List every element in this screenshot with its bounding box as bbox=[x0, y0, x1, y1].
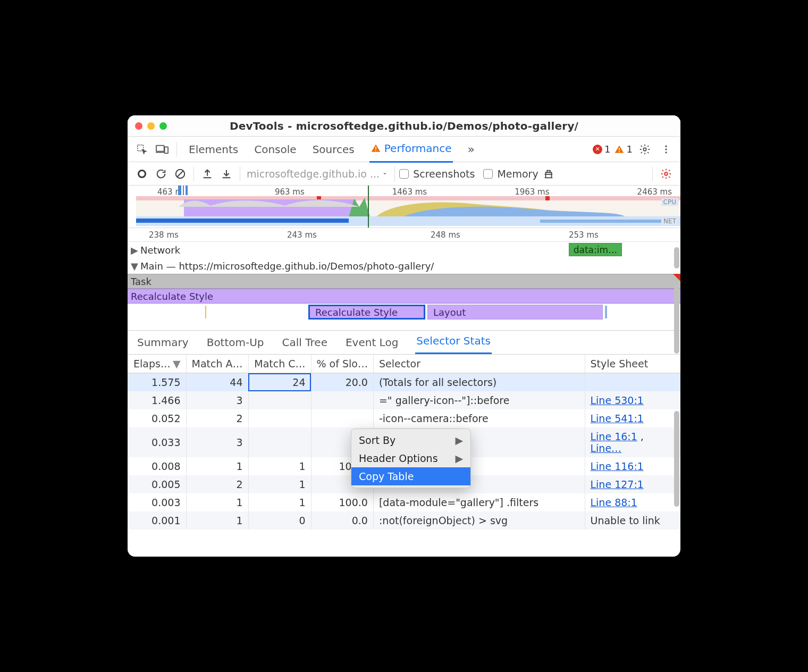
stylesheet-link[interactable]: Line 127:1 bbox=[591, 478, 644, 490]
dtab-bottom-up[interactable]: Bottom-Up bbox=[206, 331, 265, 354]
table-row[interactable]: 0.00311100.0[data-module="gallery"] .fil… bbox=[128, 493, 680, 511]
table-row[interactable]: 0.0522-icon--camera::beforeLine 541:1 bbox=[128, 409, 680, 427]
overview-selection-handle[interactable] bbox=[178, 186, 188, 195]
table-row[interactable]: 0.001100.0:not(foreignObject) > svgUnabl… bbox=[128, 511, 680, 530]
tab-elements[interactable]: Elements bbox=[188, 137, 239, 162]
performance-toolbar: microsoftedge.github.io ... Screenshots … bbox=[128, 162, 680, 186]
detail-ruler[interactable]: 238 ms 243 ms 248 ms 253 ms bbox=[128, 228, 680, 242]
inspect-icon[interactable] bbox=[133, 140, 151, 158]
dtab-call-tree[interactable]: Call Tree bbox=[281, 331, 329, 354]
net-overview bbox=[136, 216, 680, 226]
reload-button[interactable] bbox=[152, 165, 170, 183]
svg-point-7 bbox=[643, 148, 646, 151]
cpu-overview bbox=[136, 196, 680, 216]
capture-settings-icon[interactable] bbox=[657, 165, 675, 183]
minimize-button[interactable] bbox=[147, 122, 155, 130]
net-label: NET bbox=[661, 217, 678, 225]
memory-checkbox[interactable]: Memory bbox=[483, 168, 538, 180]
chevron-right-icon: ▶ bbox=[455, 434, 463, 446]
svg-rect-5 bbox=[619, 148, 620, 150]
col-style-sheet[interactable]: Style Sheet bbox=[585, 355, 680, 373]
table-row[interactable]: 1.4663=" gallery-icon--"]::beforeLine 53… bbox=[128, 391, 680, 409]
close-button[interactable] bbox=[135, 122, 142, 130]
dtab-selector-stats[interactable]: Selector Stats bbox=[415, 329, 492, 354]
table-header-row: Elaps…▼ Match A… Match C… % of Slo… Sele… bbox=[128, 355, 680, 373]
overview-ticks: 463 ms 963 ms 1463 ms 1963 ms 2463 ms bbox=[136, 187, 680, 197]
stylesheet-link[interactable]: Line 530:1 bbox=[591, 394, 644, 406]
svg-rect-4 bbox=[375, 150, 376, 151]
svg-point-8 bbox=[665, 145, 667, 147]
network-track-label: Network bbox=[140, 245, 180, 256]
menu-header-options[interactable]: Header Options ▶ bbox=[351, 449, 470, 467]
settings-icon[interactable] bbox=[636, 140, 654, 158]
detail-tabs: Summary Bottom-Up Call Tree Event Log Se… bbox=[128, 330, 680, 355]
scrollbar[interactable] bbox=[674, 411, 679, 507]
menu-copy-table[interactable]: Copy Table bbox=[351, 467, 470, 485]
dtab-event-log[interactable]: Event Log bbox=[344, 331, 399, 354]
warning-count: 1 bbox=[627, 144, 633, 155]
upload-button[interactable] bbox=[198, 165, 216, 183]
window-controls bbox=[135, 122, 167, 130]
svg-point-9 bbox=[665, 148, 667, 150]
error-count: 1 bbox=[604, 144, 610, 155]
stylesheet-link[interactable]: Line 88:1 bbox=[591, 497, 637, 508]
svg-rect-2 bbox=[165, 147, 168, 153]
stylesheet-link[interactable]: Line… bbox=[591, 442, 622, 454]
main-tabbar: Elements Console Sources Performance » 1… bbox=[128, 137, 680, 162]
menu-sort-by[interactable]: Sort By ▶ bbox=[351, 431, 470, 449]
recalculate-style-selected[interactable]: Recalculate Style bbox=[308, 305, 425, 320]
window-title: DevTools - microsoftedge.github.io/Demos… bbox=[167, 120, 641, 132]
scrollbar[interactable] bbox=[674, 247, 679, 268]
clear-button[interactable] bbox=[171, 165, 189, 183]
col-elapsed[interactable]: Elaps…▼ bbox=[128, 355, 186, 373]
svg-rect-1 bbox=[156, 145, 164, 151]
col-pct-slow[interactable]: % of Slo… bbox=[311, 355, 373, 373]
overview-cursor bbox=[368, 186, 369, 228]
origin-dropdown[interactable]: microsoftedge.github.io ... bbox=[245, 168, 390, 180]
tab-console[interactable]: Console bbox=[253, 137, 297, 162]
collapse-icon[interactable]: ▶ bbox=[131, 245, 138, 256]
stylesheet-link[interactable]: Line 541:1 bbox=[591, 413, 644, 424]
stylesheet-link[interactable]: Line 16:1 bbox=[591, 431, 637, 442]
screenshots-checkbox[interactable]: Screenshots bbox=[399, 168, 475, 180]
svg-rect-6 bbox=[619, 151, 620, 152]
titlebar: DevTools - microsoftedge.github.io/Demos… bbox=[128, 115, 680, 137]
warning-badge[interactable]: 1 bbox=[614, 144, 633, 155]
devtools-window: DevTools - microsoftedge.github.io/Demos… bbox=[128, 115, 680, 557]
scrollbar[interactable] bbox=[674, 284, 679, 354]
svg-rect-3 bbox=[375, 147, 376, 149]
network-request-block[interactable]: data:im… bbox=[569, 243, 622, 256]
panel-tabs: Elements Console Sources Performance » bbox=[182, 136, 476, 163]
main-track-label: Main — https://microsoftedge.github.io/D… bbox=[140, 261, 434, 272]
kebab-menu-icon[interactable] bbox=[657, 140, 675, 158]
tab-performance-label: Performance bbox=[384, 142, 452, 155]
timeline-overview[interactable]: 463 ms 963 ms 1463 ms 1963 ms 2463 ms bbox=[128, 186, 680, 228]
chevron-right-icon: ▶ bbox=[455, 452, 463, 464]
dtab-summary[interactable]: Summary bbox=[136, 331, 190, 354]
main-track-header[interactable]: ▼ Main — https://microsoftedge.github.io… bbox=[128, 258, 680, 274]
collect-garbage-icon[interactable] bbox=[540, 165, 558, 183]
stylesheet-link[interactable]: Line 116:1 bbox=[591, 460, 644, 472]
layout-block[interactable]: Layout bbox=[427, 305, 603, 320]
record-button[interactable] bbox=[133, 165, 151, 183]
context-menu: Sort By ▶ Header Options ▶ Copy Table bbox=[351, 429, 471, 488]
error-badge[interactable]: 1 bbox=[593, 144, 610, 155]
table-row[interactable]: 1.575442420.0(Totals for all selectors) bbox=[128, 373, 680, 392]
maximize-button[interactable] bbox=[159, 122, 167, 130]
flame-row: Recalculate Style Layout bbox=[128, 304, 680, 321]
task-block[interactable]: Task bbox=[128, 274, 680, 289]
download-button[interactable] bbox=[217, 165, 235, 183]
svg-point-10 bbox=[665, 152, 667, 153]
col-selector[interactable]: Selector bbox=[373, 355, 585, 373]
collapse-icon[interactable]: ▼ bbox=[131, 261, 138, 272]
flame-tracks: ▶ Network data:im… ▼ Main — https://micr… bbox=[128, 242, 680, 321]
network-track-header[interactable]: ▶ Network data:im… bbox=[128, 242, 680, 258]
tab-performance[interactable]: Performance bbox=[369, 136, 453, 163]
svg-point-12 bbox=[664, 172, 668, 175]
device-toggle-icon[interactable] bbox=[153, 140, 171, 158]
col-match-attempts[interactable]: Match A… bbox=[186, 355, 248, 373]
col-match-count[interactable]: Match C… bbox=[248, 355, 311, 373]
tab-sources[interactable]: Sources bbox=[312, 137, 356, 162]
tabs-overflow[interactable]: » bbox=[467, 136, 476, 162]
recalculate-style-block[interactable]: Recalculate Style bbox=[128, 289, 680, 304]
